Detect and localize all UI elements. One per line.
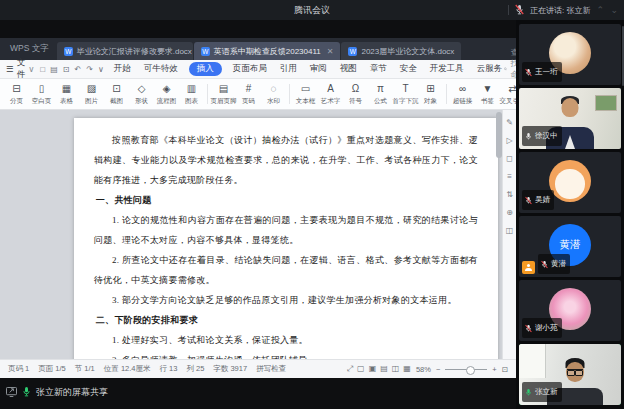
ribbon-drop-cap[interactable]: T首字下沉 [393,84,418,105]
doc-icon: W [64,47,73,56]
wps-tab-2[interactable]: W 英语系中期检查反馈20230411 ✕ [194,42,341,60]
ribbon-watermark[interactable]: ◌水印 [261,84,286,105]
shapes-icon: ◇ [138,84,146,96]
tab-close-icon[interactable]: ✕ [327,47,334,56]
ribbon-picture[interactable]: ▨图片 [79,84,104,105]
participant-tile[interactable]: 徐汉中 [519,88,621,149]
ribbon-chart[interactable]: ▥图表 [179,84,204,105]
view-page-icon[interactable]: ▣ [369,364,377,374]
ribbon-label: 文本框 [296,98,316,105]
zoom-out-button[interactable]: − [436,365,440,374]
window-misc-icons[interactable]: ⌃ ⌄ [596,5,620,15]
view-read-icon[interactable]: ▦ [403,364,411,374]
participant-tile[interactable]: 吴婧 [519,152,621,213]
zoom-percentage[interactable]: 58% [416,365,431,374]
shared-screen-area: WPS 文字 W 毕业论文汇报讲评修改要求.docx W 英语系中期检查反馈20… [0,20,516,409]
undo-icon[interactable]: ↶ [74,65,81,74]
lock-icon[interactable]: ◻ [506,154,513,163]
ribbon-table[interactable]: ▦表格 [54,84,79,105]
file-menu[interactable]: ☰ 文件 ∨ [6,57,34,81]
zoom-slider-knob[interactable] [466,366,475,375]
new-doc-icon[interactable]: □ [40,65,45,74]
active-mic-icon [525,383,532,401]
edit-pen-icon[interactable]: ✎ [506,118,513,127]
meeting-titlebar: 腾讯会议 正在讲话: 张立新 ⌃ ⌄ [0,0,624,20]
menu-security[interactable]: 安全 [398,62,419,76]
active-mic-icon [22,383,31,401]
participant-label: 吴婧 [522,190,554,210]
ribbon-page-number[interactable]: #页码 [236,84,261,105]
participant-tile-speaking[interactable]: 张立新 [519,344,621,405]
status-spellcheck[interactable]: 拼写检查 [256,364,286,374]
fit-page-icon[interactable]: ⊡ [502,365,508,374]
doc-icon: W [201,47,210,56]
hamburger-icon: ☰ [6,64,14,74]
speaking-text: 正在讲话: 张立新 [530,5,590,16]
menu-cloud[interactable]: 云服务 [475,62,505,76]
outline-icon[interactable]: ≡ [507,172,512,181]
ribbon-formula[interactable]: π公式 [368,84,393,105]
ribbon-header-footer[interactable]: ▤页眉页脚 [211,84,236,105]
hamster-avatar [549,160,591,202]
swap-icon[interactable]: ⇅ [506,190,513,199]
menu-page-layout[interactable]: 页面布局 [231,62,269,76]
print-icon[interactable]: ⊡ [63,65,70,74]
view-web-icon[interactable]: ◫ [392,364,400,374]
zoom-slider[interactable] [445,369,487,370]
zoom-in-button[interactable]: + [492,365,496,374]
status-word-count[interactable]: 字数 3917 [213,364,247,374]
ribbon-label: 分页 [10,98,23,105]
wps-tab-3[interactable]: W 2023届毕业论文文体.docx [341,42,461,60]
menu-view[interactable]: 视图 [338,62,359,76]
document-page[interactable]: 按照教育部《本科毕业论文（设计）抽检办法（试行）》重点对选题意义、写作安排、逻辑… [74,118,498,359]
file-menu-label: 文件 [17,57,26,81]
ribbon-shapes[interactable]: ◇形状 [129,84,154,105]
status-position: 位置 12.4厘米 [104,364,151,374]
ribbon-text-box[interactable]: ▭文本框 [293,84,318,105]
menu-keniu[interactable]: 可牛特效 [142,62,180,76]
menu-section[interactable]: 章节 [368,62,389,76]
ribbon-flowchart[interactable]: ◈流程图 [154,84,179,105]
menu-dev-tools[interactable]: 开发工具 [428,62,466,76]
ribbon-screenshot[interactable]: ⊡截图 [104,84,129,105]
view-normal-icon[interactable]: ▢ [357,364,365,374]
ribbon-word-art[interactable]: A艺术字 [318,84,343,105]
participant-tile[interactable]: 黄潜 黄潜 [519,216,621,277]
ribbon-object[interactable]: ⊞对象 [418,84,443,105]
ribbon-label: 图表 [185,98,198,105]
wps-tab-1[interactable]: W 毕业论文汇报讲评修改要求.docx [57,42,193,60]
ribbon-label: 页码 [242,98,255,105]
ribbon-blank-page[interactable]: ▯空白页 [29,84,54,105]
chevron-down-icon: ∨ [28,64,34,74]
drop-cap-icon: T [402,84,408,96]
divider [207,84,208,104]
ribbon-symbol[interactable]: Ω符号 [343,84,368,105]
muted-mic-icon [541,255,548,273]
ribbon-label: 公式 [374,98,387,105]
clock-icon[interactable]: ⊕ [506,208,513,217]
ribbon-hyperlink[interactable]: ∞超链接 [450,84,475,105]
more-icon[interactable]: ∨ [98,65,104,74]
participant-tile[interactable]: 谢小苑 [519,280,621,341]
divider [289,84,290,104]
ribbon-label: 水印 [267,98,280,105]
view-fullscreen-icon[interactable]: ⤢ [347,364,353,374]
menu-items: 开始 可牛特效 插入 页面布局 引用 审阅 视图 章节 安全 开发工具 云服务 [112,62,505,76]
redo-icon[interactable]: ↷ [86,65,93,74]
select-cursor-icon[interactable]: ▷ [506,136,512,145]
menu-insert[interactable]: 插入 [189,62,222,76]
menu-review[interactable]: 审阅 [308,62,329,76]
share-panel-icon[interactable]: ◫ [506,226,514,235]
view-outline-icon[interactable]: ▤ [380,364,388,374]
save-icon[interactable]: ▤ [50,65,58,74]
quick-access-toolbar: □ ▤ ⊡ ↶ ↷ ∨ [40,65,103,74]
wps-statusbar: 页码 1 页面 1/5 节 1/1 位置 12.4厘米 行 13 列 25 字数… [0,359,516,378]
menu-home[interactable]: 开始 [112,62,133,76]
menu-references[interactable]: 引用 [278,62,299,76]
ribbon-cross-reference[interactable]: ⇄交叉引用 [500,84,516,105]
ribbon-bookmark[interactable]: ▼书签 [475,84,500,105]
ribbon-page-break[interactable]: ⊟分页 [4,84,29,105]
search-icon [504,65,507,73]
participant-tile[interactable]: 王一珩 [519,24,621,85]
speaking-indicator: 正在讲话: 张立新 ⌃ ⌄ [508,0,620,20]
